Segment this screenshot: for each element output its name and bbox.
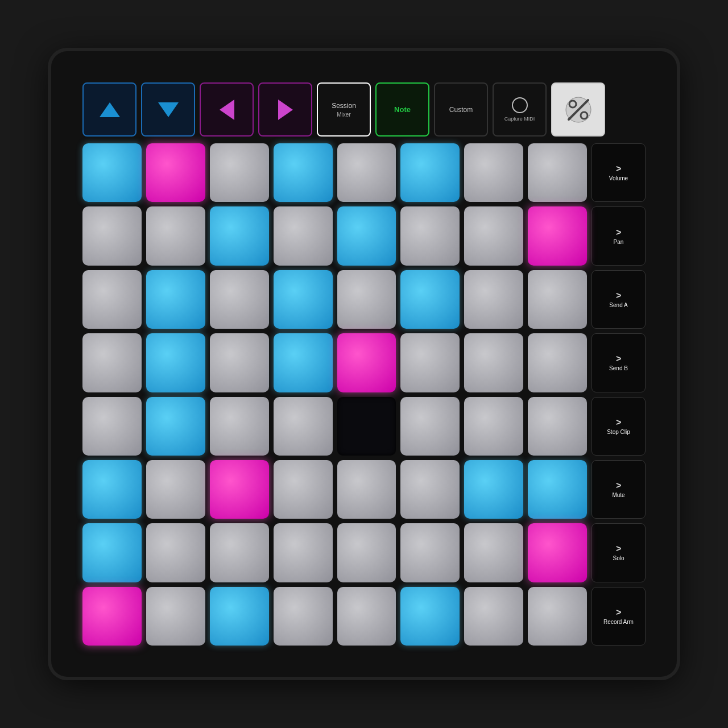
pad-6-0[interactable] xyxy=(82,523,142,582)
pad-0-4[interactable] xyxy=(337,143,396,202)
mute-label: Mute xyxy=(612,492,624,498)
pad-4-3[interactable] xyxy=(274,397,333,456)
pad-6-2[interactable] xyxy=(210,523,269,582)
custom-label: Custom xyxy=(449,106,473,114)
send-a-button[interactable]: > Send A xyxy=(592,270,646,329)
send-b-label: Send B xyxy=(609,365,628,371)
pad-2-3[interactable] xyxy=(274,270,333,329)
pad-1-2[interactable] xyxy=(210,206,269,265)
pad-0-3[interactable] xyxy=(274,143,333,202)
controller: Session Mixer Note Custom Capture MIDI xyxy=(51,51,677,677)
pad-6-5[interactable] xyxy=(400,523,460,582)
pad-1-5[interactable] xyxy=(400,206,460,265)
pad-1-3[interactable] xyxy=(274,206,333,265)
pad-5-6[interactable] xyxy=(464,460,523,519)
volume-arrow-icon: > xyxy=(616,164,621,174)
pad-2-7[interactable] xyxy=(528,270,587,329)
pad-5-7[interactable] xyxy=(528,460,587,519)
send-b-arrow-icon: > xyxy=(616,354,621,364)
pad-5-2[interactable] xyxy=(210,460,269,519)
side-buttons: > Volume > Pan > Send A > Send B > Stop … xyxy=(592,143,646,646)
pad-7-6[interactable] xyxy=(464,587,523,646)
note-label: Note xyxy=(394,105,411,114)
pad-5-5[interactable] xyxy=(400,460,460,519)
pad-3-3[interactable] xyxy=(274,333,333,392)
pad-2-2[interactable] xyxy=(210,270,269,329)
solo-arrow-icon: > xyxy=(616,544,621,554)
pad-1-6[interactable] xyxy=(464,206,523,265)
pad-2-0[interactable] xyxy=(82,270,142,329)
pad-4-2[interactable] xyxy=(210,397,269,456)
record-arm-button[interactable]: > Record Arm xyxy=(592,587,646,646)
right-arrow-button[interactable] xyxy=(258,82,312,136)
pad-2-5[interactable] xyxy=(400,270,460,329)
pad-3-5[interactable] xyxy=(400,333,460,392)
pad-7-2[interactable] xyxy=(210,587,269,646)
pad-5-1[interactable] xyxy=(146,460,205,519)
mute-button[interactable]: > Mute xyxy=(592,460,646,519)
pad-0-2[interactable] xyxy=(210,143,269,202)
pad-3-7[interactable] xyxy=(528,333,587,392)
logo-icon xyxy=(564,96,593,124)
mixer-label: Mixer xyxy=(337,111,350,118)
pad-3-2[interactable] xyxy=(210,333,269,392)
pad-1-7[interactable] xyxy=(528,206,587,265)
pad-7-5[interactable] xyxy=(400,587,460,646)
pad-6-7[interactable] xyxy=(528,523,587,582)
note-button[interactable]: Note xyxy=(375,82,429,136)
top-row: Session Mixer Note Custom Capture MIDI xyxy=(82,82,646,136)
pad-6-4[interactable] xyxy=(337,523,396,582)
pad-0-7[interactable] xyxy=(528,143,587,202)
pad-6-3[interactable] xyxy=(274,523,333,582)
pad-0-0[interactable] xyxy=(82,143,142,202)
pad-1-0[interactable] xyxy=(82,206,142,265)
pad-3-0[interactable] xyxy=(82,333,142,392)
pad-5-0[interactable] xyxy=(82,460,142,519)
pad-1-4[interactable] xyxy=(337,206,396,265)
logo-button[interactable] xyxy=(551,82,605,136)
pad-3-4[interactable] xyxy=(337,333,396,392)
pad-4-1[interactable] xyxy=(146,397,205,456)
up-arrow-button[interactable] xyxy=(82,82,136,136)
send-a-arrow-icon: > xyxy=(616,291,621,301)
record-arm-arrow-icon: > xyxy=(616,607,621,618)
capture-label: Capture MIDI xyxy=(504,116,535,122)
pad-3-1[interactable] xyxy=(146,333,205,392)
capture-midi-button[interactable]: Capture MIDI xyxy=(493,82,547,136)
pad-0-1[interactable] xyxy=(146,143,205,202)
pan-button[interactable]: > Pan xyxy=(592,206,646,265)
pad-5-4[interactable] xyxy=(337,460,396,519)
pad-3-6[interactable] xyxy=(464,333,523,392)
session-mixer-button[interactable]: Session Mixer xyxy=(317,82,371,136)
pad-4-5[interactable] xyxy=(400,397,460,456)
stop-clip-button[interactable]: > Stop Clip xyxy=(592,397,646,456)
pad-5-3[interactable] xyxy=(274,460,333,519)
pad-4-4[interactable] xyxy=(337,397,396,456)
pad-7-3[interactable] xyxy=(274,587,333,646)
main-area: > Volume > Pan > Send A > Send B > Stop … xyxy=(82,143,646,646)
pad-2-6[interactable] xyxy=(464,270,523,329)
pad-6-6[interactable] xyxy=(464,523,523,582)
pad-0-5[interactable] xyxy=(400,143,460,202)
pad-1-1[interactable] xyxy=(146,206,205,265)
pad-grid xyxy=(82,143,587,646)
left-arrow-button[interactable] xyxy=(200,82,254,136)
solo-button[interactable]: > Solo xyxy=(592,523,646,582)
pad-4-6[interactable] xyxy=(464,397,523,456)
pad-7-1[interactable] xyxy=(146,587,205,646)
pad-2-4[interactable] xyxy=(337,270,396,329)
send-b-button[interactable]: > Send B xyxy=(592,333,646,392)
pan-arrow-icon: > xyxy=(616,228,621,238)
pad-7-7[interactable] xyxy=(528,587,587,646)
pad-0-6[interactable] xyxy=(464,143,523,202)
volume-button[interactable]: > Volume xyxy=(592,143,646,202)
pad-7-0[interactable] xyxy=(82,587,142,646)
pad-2-1[interactable] xyxy=(146,270,205,329)
down-arrow-icon xyxy=(158,102,179,117)
pad-6-1[interactable] xyxy=(146,523,205,582)
pad-7-4[interactable] xyxy=(337,587,396,646)
pad-4-0[interactable] xyxy=(82,397,142,456)
down-arrow-button[interactable] xyxy=(141,82,195,136)
custom-button[interactable]: Custom xyxy=(434,82,488,136)
pad-4-7[interactable] xyxy=(528,397,587,456)
